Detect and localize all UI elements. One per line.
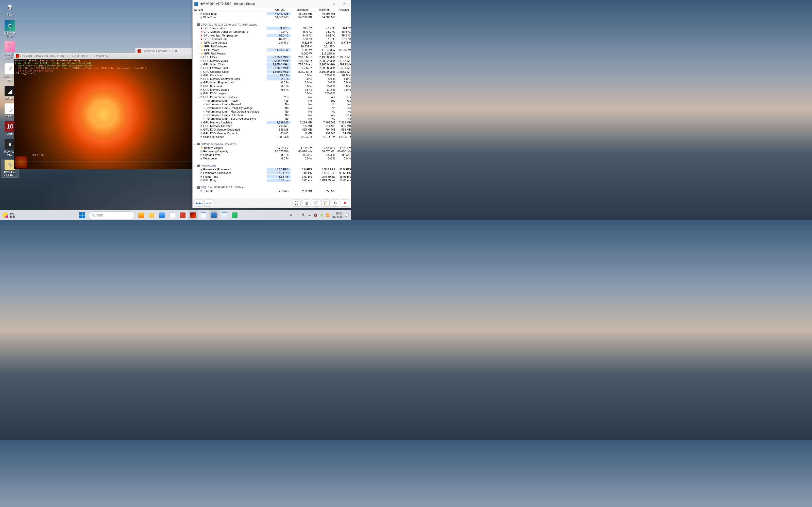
minimize-button[interactable]: ─ [319, 1, 329, 7]
taskbar-hwinfo[interactable] [209, 210, 219, 220]
sensor-row[interactable]: ▸Performance Limit - ThermalNoNoNoNo [193, 102, 351, 106]
sensor-icon: ⚡ [200, 48, 203, 51]
tray-notifications-icon[interactable]: 💬 [345, 213, 349, 217]
maximize-button[interactable]: ☐ [329, 1, 339, 7]
furmark-window[interactable]: Geeks3D FurMark 1.33.0.0 - 112帧, GPU1 温度… [14, 53, 193, 169]
sensor-row[interactable]: ›◔GPU D3D Usages0.0 %100.0 % [193, 92, 351, 95]
sensor-row[interactable]: ◔Frame Time8.88 ms0.00 ms248.80 ms18.98 … [193, 175, 351, 178]
taskbar-app-3[interactable] [157, 210, 167, 220]
taskbar-clock[interactable]: 15:01 2024/2/8 [332, 212, 343, 219]
sensor-row[interactable]: ◔GPU D3D Memory Dedicated589 MB495 MB704… [193, 128, 351, 131]
header-sensor[interactable]: Sensor [193, 8, 263, 11]
expand-button[interactable]: ⛶ [293, 200, 301, 207]
taskbar-weather[interactable]: 15°C 雾霾 [0, 212, 28, 218]
sensor-row[interactable]: ◷GPU Video Clock1,935.0 MHz765.0 MHz2,16… [193, 63, 351, 66]
sensor-row[interactable]: ◷GPU Clock2,175.0 MHz210.0 MHz2,490.0 MH… [193, 55, 351, 59]
sensor-icon: ◔ [200, 89, 202, 91]
sensor-current: 16.0 GT/s [267, 135, 291, 138]
sensor-row[interactable]: ◔GPU D3D Memory Dynamic63 MB5 MB139 MB64… [193, 131, 351, 135]
header-average[interactable]: Average [333, 8, 351, 11]
sensor-row[interactable]: ▸Performance Limit - Max Operating Volta… [193, 110, 351, 113]
sensor-row[interactable]: ◔GPU Video Engine Load0.0 %0.0 %0.0 %0.0… [193, 80, 351, 84]
taskbar-app-1[interactable] [136, 210, 146, 220]
sensor-row[interactable]: ◔GPU Busy8.86 ms0.00 ms8,013.35 ms13.61 … [193, 178, 351, 182]
sensor-row[interactable]: ›⚡GPU Rail Voltages19.831 V20.435 V [193, 44, 351, 48]
sensor-row[interactable]: ⚡GPU Power114.830 W2.985 W115.483 W82.00… [193, 48, 351, 52]
settings-button[interactable]: ⚙ [331, 200, 339, 207]
sensor-row[interactable]: 🌡GPU Memory Junction Temperature72.0 °C4… [193, 30, 351, 34]
sensor-row[interactable]: ▸Performance Limit - PowerYesNoYesYes [193, 99, 351, 102]
sensor-row[interactable]: ◔GPU Memory Controller Load2.0 %0.0 %8.0… [193, 77, 351, 80]
sensor-row[interactable]: ◔Framerate (Displayed)112.6 FPS0.0 FPS17… [193, 171, 351, 175]
sensor-row[interactable]: 🌡GPU Temperature74.0 °C38.5 °C77.2 °C66.… [193, 26, 351, 30]
sensor-row[interactable]: ◔Write Total54,385 MB54,238 MB54,385 MB [193, 15, 351, 19]
save-button[interactable]: 📋 [321, 200, 329, 207]
next-button[interactable]: ➡➡ [204, 200, 212, 207]
sensor-row[interactable]: ◔Framerate (Presented)112.6 FPS0.0 FPS16… [193, 168, 351, 171]
sensor-row[interactable]: ◔Wear Level0.0 %0.0 %0.0 %0.0 % [193, 157, 351, 160]
taskbar-search[interactable]: 🔍 [89, 212, 135, 219]
sensor-row[interactable]: ◔GPU Memory Usage9.8 %8.6 %11.2 %9.8 % [193, 88, 351, 92]
desktop-icon[interactable]: 🗑回收站 [1, 1, 18, 17]
clock-button[interactable]: 🕐 [312, 200, 320, 207]
sensor-row[interactable]: ◔Total DL253 MB253 MB253 MB [193, 189, 351, 193]
sensor-row[interactable]: ⚡Battery Voltage17.444 V17.442 V17.465 V… [193, 146, 351, 149]
taskbar-app-7[interactable] [199, 210, 208, 220]
sensor-row[interactable]: ◔Charge Level98.3 %98.3 %98.3 %98.3 % [193, 153, 351, 157]
taskbar-app-10[interactable] [230, 210, 240, 220]
tray-onedrive-icon[interactable]: ☁ [307, 213, 311, 217]
header-maximum[interactable]: Maximum [310, 8, 333, 11]
sensor-row[interactable]: ◔GPU Memory Available7,389 MB7,274 MB7,4… [193, 121, 351, 124]
sensor-avg: 64 MB [337, 132, 351, 135]
sensor-row[interactable]: ◔Remaining Capacity80.070 Wh80.070 Wh80.… [193, 150, 351, 153]
tray-battery-icon[interactable]: 🔋 [319, 213, 323, 217]
taskbar-app-4[interactable] [167, 210, 177, 220]
sensor-row[interactable]: ⚡GPU Core Voltage0.845 V0.625 V0.895 V0.… [193, 41, 351, 44]
sensor-row[interactable]: ◔PCIe Link Speed16.0 GT/s2.5 GT/s16.0 GT… [193, 135, 351, 139]
header-current[interactable]: Current [263, 8, 287, 11]
tray-wifi-icon[interactable]: 📶 [325, 213, 329, 217]
tray-volume-icon[interactable]: 🔇 [313, 213, 317, 217]
layout-button[interactable]: ◫ [302, 200, 310, 207]
search-input[interactable] [97, 214, 135, 217]
desktop-icon[interactable]: eMicrosoft Edge [1, 20, 18, 38]
sensor-row[interactable]: ▸Performance Limit - UtilizationNoNoYesY… [193, 113, 351, 117]
tray-ime2[interactable]: 英 [301, 213, 305, 217]
hwinfo-titlebar[interactable]: HWiNFO64 v7.70-5350 - Sensors Status ─ ☐… [193, 0, 351, 7]
sensor-row[interactable]: ›⚡GPU Rail Powers0.000 W116.238 W [193, 52, 351, 55]
tray-ime1[interactable]: 中 [295, 213, 299, 217]
sensor-row[interactable]: ◔GPU Bus Load6.0 %0.0 %20.0 %5.0 % [193, 84, 351, 88]
close-toolbar-button[interactable]: ✕ [341, 200, 349, 207]
furmark-titlebar[interactable]: Geeks3D FurMark 1.33.0.0 - 112帧, GPU1 温度… [14, 53, 193, 59]
hwinfo-column-header[interactable]: Sensor Current Minimum Maximum Average [193, 7, 351, 12]
hwinfo-window[interactable]: HWiNFO64 v7.70-5350 - Sensors Status ─ ☐… [192, 0, 351, 208]
tray-chevron-icon[interactable]: ᐱ [289, 213, 293, 217]
sensor-row[interactable]: ◷GPU Memory Clock2,000.2 MHz101.3 MHz2,0… [193, 59, 351, 63]
sensor-section-header[interactable]: ⌄GPU [#1]: NVIDIA GeForce RTX 4060 Lapto… [193, 23, 351, 26]
header-minimum[interactable]: Minimum [287, 8, 310, 11]
sensor-min: 0.0 % [291, 92, 314, 95]
sensor-row[interactable]: ◔Read Total48,497 MB48,186 MB48,497 MB [193, 12, 351, 15]
taskbar[interactable]: 15°C 雾霾 🔍 ᐱ 中 英 ☁ 🔇 🔋 📶 15:01 2024/2/8 💬 [0, 210, 351, 220]
sensor-section-header[interactable]: ⌄网络: Intel Wi-Fi 6E AX211 160MHz [193, 185, 351, 189]
prev-button[interactable]: ⬅⬅ [195, 200, 203, 207]
sensor-row[interactable]: ◷GPU Effective Clock2,176.2 MHz6.7 MHz2,… [193, 66, 351, 70]
sensor-row[interactable]: 🌡GPU Hot Spot Temperature85.3 °C44.5 °C8… [193, 34, 351, 37]
sensor-row[interactable]: ◷GPU Crossbar Clock1,950.0 MHz825.0 MHz2… [193, 70, 351, 73]
sensor-row[interactable]: ⌄◔GPU Performance LimitersYesNoYesYes [193, 95, 351, 99]
sensor-row[interactable]: 🌡GPU Thermal Limit87.0 °C87.0 °C87.0 °C8… [193, 37, 351, 41]
sensor-max: No [314, 110, 337, 113]
start-button[interactable] [78, 210, 87, 220]
taskbar-furmark[interactable] [188, 210, 198, 220]
sensor-row[interactable]: ▸Performance Limit - SLI GPUBoost SyncNo… [193, 117, 351, 120]
taskbar-app-5[interactable] [178, 210, 188, 220]
sensor-section-header[interactable]: ⌄Battery: Sunwoda L22D4PC0 [193, 142, 351, 146]
hwinfo-sensor-list[interactable]: ◔Read Total48,497 MB48,186 MB48,497 MB◔W… [193, 12, 351, 198]
close-button[interactable]: ✕ [339, 1, 349, 7]
taskbar-explorer[interactable] [147, 210, 156, 220]
sensor-row[interactable]: ◔GPU Memory Allocated799 MB705 MB914 MB8… [193, 124, 351, 128]
sensor-row[interactable]: ▸Performance Limit - Reliability Voltage… [193, 106, 351, 110]
sensor-row[interactable]: ◔GPU Core Load95.0 %0.0 %100.0 %87.5 % [193, 73, 351, 77]
sensor-section-header[interactable]: ⌄PresentMon [193, 164, 351, 168]
taskbar-notepad[interactable] [219, 210, 229, 220]
